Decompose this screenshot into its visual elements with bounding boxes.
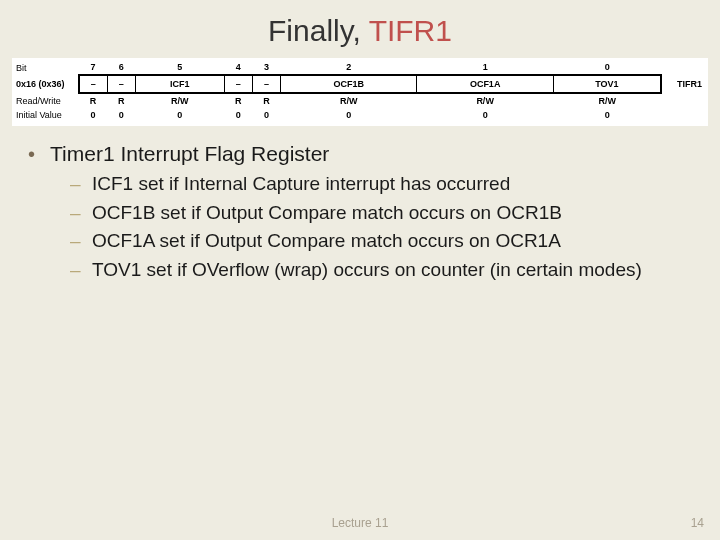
- bit-name-row: 0x16 (0x36) – – ICF1 – – OCF1B OCF1A TOV…: [12, 75, 708, 93]
- bit-num: 1: [417, 60, 553, 75]
- row-label-addr: 0x16 (0x36): [12, 75, 79, 93]
- row-label-init: Initial Value: [12, 108, 79, 122]
- bit-name: –: [224, 75, 252, 93]
- init-cell: 0: [252, 108, 280, 122]
- title-accent: TIFR1: [369, 14, 452, 47]
- row-label-bit: Bit: [12, 60, 79, 75]
- footer-lecture: Lecture 11: [0, 516, 720, 530]
- init-cell: 0: [417, 108, 553, 122]
- bit-name: TOV1: [553, 75, 661, 93]
- bit-num: 3: [252, 60, 280, 75]
- rw-cell: R/W: [135, 93, 224, 108]
- rw-row: Read/Write R R R/W R R R/W R/W R/W: [12, 93, 708, 108]
- sub-bullet: OCF1A set if Output Compare match occurs…: [70, 229, 694, 254]
- bit-name: –: [252, 75, 280, 93]
- rw-cell: R/W: [417, 93, 553, 108]
- bit-num: 7: [79, 60, 107, 75]
- init-cell: 0: [107, 108, 135, 122]
- bit-row: Bit 7 6 5 4 3 2 1 0: [12, 60, 708, 75]
- bit-name: OCF1A: [417, 75, 553, 93]
- init-cell: 0: [280, 108, 416, 122]
- register-diagram: Bit 7 6 5 4 3 2 1 0 0x16 (0x36) – – ICF1…: [12, 58, 708, 126]
- sub-bullet: ICF1 set if Internal Capture interrupt h…: [70, 172, 694, 197]
- init-cell: 0: [553, 108, 661, 122]
- bit-num: 0: [553, 60, 661, 75]
- bit-name: ICF1: [135, 75, 224, 93]
- main-bullet-text: Timer1 Interrupt Flag Register: [50, 142, 329, 165]
- init-row: Initial Value 0 0 0 0 0 0 0 0: [12, 108, 708, 122]
- rw-cell: R: [224, 93, 252, 108]
- init-cell: 0: [79, 108, 107, 122]
- sub-bullet: OCF1B set if Output Compare match occurs…: [70, 201, 694, 226]
- row-label-rw: Read/Write: [12, 93, 79, 108]
- bit-num: 4: [224, 60, 252, 75]
- bit-name: OCF1B: [280, 75, 416, 93]
- footer-page-number: 14: [691, 516, 704, 530]
- bit-num: 5: [135, 60, 224, 75]
- sub-bullet: TOV1 set if OVerflow (wrap) occurs on co…: [70, 258, 694, 283]
- rw-cell: R: [107, 93, 135, 108]
- rw-cell: R/W: [280, 93, 416, 108]
- rw-cell: R: [79, 93, 107, 108]
- slide-title: Finally, TIFR1: [0, 0, 720, 48]
- register-name: TIFR1: [661, 75, 708, 93]
- rw-cell: R/W: [553, 93, 661, 108]
- bit-name: –: [107, 75, 135, 93]
- main-bullet: Timer1 Interrupt Flag Register ICF1 set …: [26, 142, 694, 283]
- title-text: Finally,: [268, 14, 369, 47]
- register-table: Bit 7 6 5 4 3 2 1 0 0x16 (0x36) – – ICF1…: [12, 60, 708, 122]
- rw-cell: R: [252, 93, 280, 108]
- init-cell: 0: [224, 108, 252, 122]
- bit-num: 6: [107, 60, 135, 75]
- body-text: Timer1 Interrupt Flag Register ICF1 set …: [0, 126, 720, 283]
- init-cell: 0: [135, 108, 224, 122]
- bit-name: –: [79, 75, 107, 93]
- bit-num: 2: [280, 60, 416, 75]
